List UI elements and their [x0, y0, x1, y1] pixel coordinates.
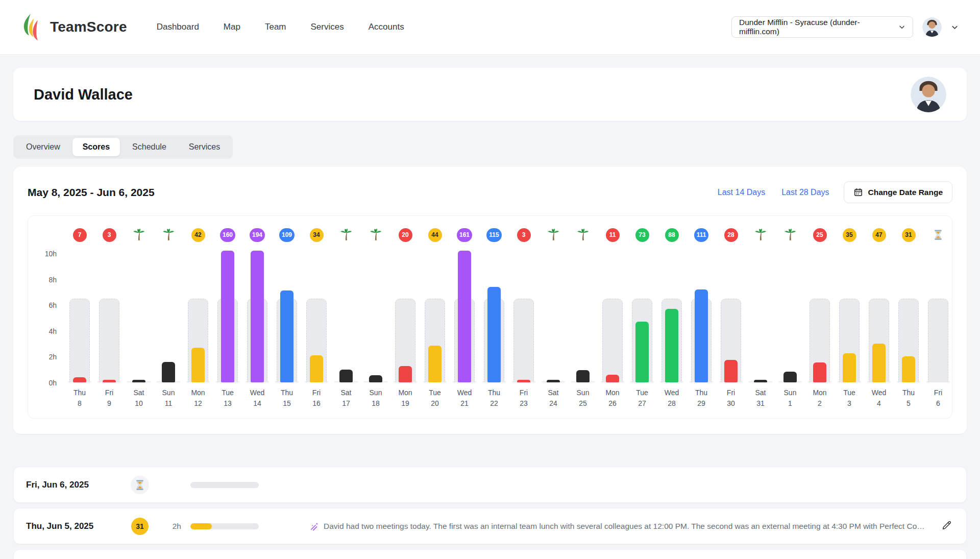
day-of-week-label: Sat — [133, 387, 144, 398]
page-content: David Wallace OverviewScoresScheduleServ… — [0, 68, 980, 559]
chart-day-column: 194Wed14 — [242, 226, 272, 409]
nav-item-dashboard[interactable]: Dashboard — [157, 22, 199, 32]
scheduled-hours-bar — [513, 299, 534, 382]
day-of-week-label: Sat — [548, 387, 558, 398]
x-axis-label: Tue13 — [222, 387, 234, 409]
chart-day-column: Sun11 — [154, 226, 183, 409]
day-number-label: 6 — [934, 398, 942, 409]
x-axis-label: Fri30 — [727, 387, 735, 409]
scheduled-hours-bar — [69, 299, 90, 382]
x-axis-label: Mon26 — [605, 387, 619, 409]
top-nav-bar: TeamScore DashboardMapTeamServicesAccoun… — [0, 0, 980, 55]
score-badge: 25 — [813, 228, 827, 242]
x-axis-label: Tue27 — [636, 387, 648, 409]
chart-day-column: 44Tue20 — [420, 226, 450, 409]
day-number-label: 28 — [665, 398, 679, 409]
tab-scores[interactable]: Scores — [72, 138, 120, 156]
day-number-label: 26 — [605, 398, 619, 409]
profile-avatar — [911, 77, 946, 112]
nav-item-map[interactable]: Map — [224, 22, 240, 32]
tab-services[interactable]: Services — [179, 138, 230, 156]
daily-score-row[interactable]: Fri, Jun 6, 2025 — [13, 467, 967, 503]
nav-item-services[interactable]: Services — [311, 22, 344, 32]
hours-bar — [399, 366, 412, 382]
ai-summary: David had two meetings today. The first … — [310, 522, 926, 531]
x-axis-label: Thu29 — [695, 387, 707, 409]
day-badge-slot — [369, 226, 382, 244]
day-badge-slot: 3 — [103, 226, 116, 244]
day-number-label: 14 — [250, 398, 265, 409]
x-axis-label: Mon2 — [813, 387, 826, 409]
daily-score-row[interactable]: Wed, Jun 4, 2025473hDavid started his da… — [13, 549, 967, 559]
day-badge-slot: 44 — [428, 226, 442, 244]
hourglass-icon — [134, 479, 145, 491]
day-number-label: 9 — [105, 398, 113, 409]
day-number-label: 11 — [162, 398, 175, 409]
day-of-week-label: Wed — [872, 387, 887, 398]
day-number-label: 23 — [520, 398, 528, 409]
hours-bar — [576, 370, 590, 382]
chart-day-column: 115Thu22 — [479, 226, 509, 409]
quick-link-last-14-days[interactable]: Last 14 Days — [718, 188, 765, 197]
day-of-week-label: Thu — [902, 387, 915, 398]
x-axis-label: Tue20 — [429, 387, 441, 409]
daily-score-row[interactable]: Thu, Jun 5, 2025312hDavid had two meetin… — [13, 508, 967, 544]
x-axis-label: Sun1 — [784, 387, 797, 409]
x-axis-label: Sun18 — [370, 387, 382, 409]
day-of-week-label: Tue — [636, 387, 648, 398]
day-of-week-label: Fri — [727, 387, 735, 398]
org-selector[interactable]: Dunder Mifflin - Syracuse (dunder-miffli… — [731, 16, 913, 38]
day-number-label: 19 — [398, 398, 412, 409]
day-plot-slot — [864, 244, 894, 382]
score-badge: 3 — [517, 228, 531, 242]
x-axis-label: Sun25 — [577, 387, 590, 409]
tab-schedule[interactable]: Schedule — [122, 138, 177, 156]
nav-item-team[interactable]: Team — [265, 22, 286, 32]
hours-bar — [783, 372, 797, 383]
edit-note-button[interactable] — [940, 518, 954, 534]
hours-bar — [695, 289, 708, 382]
day-of-week-label: Sat — [755, 387, 766, 398]
brand-logo[interactable]: TeamScore — [21, 13, 127, 41]
palm-tree-icon — [547, 228, 560, 241]
hourglass-badge — [131, 476, 149, 494]
x-axis-label: Mon12 — [191, 387, 205, 409]
chart-day-column: Sat10 — [124, 226, 154, 409]
day-plot-slot — [124, 244, 154, 382]
day-of-week-label: Thu — [488, 387, 500, 398]
day-plot-slot — [568, 244, 598, 382]
day-badge-slot: 88 — [665, 226, 679, 244]
hours-bar — [517, 380, 530, 382]
chart-day-column: 20Mon19 — [390, 226, 420, 409]
chevron-down-icon — [898, 23, 905, 31]
day-badge-slot — [547, 226, 560, 244]
quick-link-last-28-days[interactable]: Last 28 Days — [781, 188, 829, 197]
nav-item-accounts[interactable]: Accounts — [369, 22, 404, 32]
palm-tree-icon — [339, 228, 353, 241]
x-axis-label: Fri6 — [934, 387, 942, 409]
day-plot-slot — [242, 244, 272, 382]
change-date-range-button[interactable]: Change Date Range — [844, 181, 952, 203]
day-of-week-label: Mon — [605, 387, 619, 398]
palm-tree-icon — [162, 228, 175, 241]
hours-bar — [103, 380, 116, 382]
day-of-week-label: Tue — [429, 387, 441, 398]
page-title: David Wallace — [34, 86, 133, 103]
day-badge-slot — [783, 226, 797, 244]
chart-columns: 7Thu83Fri9Sat10Sun1142Mon12160Tue13194We… — [65, 226, 953, 409]
palm-tree-icon — [369, 228, 382, 241]
user-menu-chevron-icon[interactable] — [951, 23, 959, 31]
user-avatar[interactable] — [922, 17, 942, 37]
tab-overview[interactable]: Overview — [16, 138, 70, 156]
day-of-week-label: Sun — [370, 387, 382, 398]
hours-bar — [872, 344, 886, 382]
score-badge: 11 — [606, 228, 620, 242]
hours-bar — [221, 251, 234, 382]
day-plot-slot — [598, 244, 627, 382]
day-badge-slot: 73 — [635, 226, 649, 244]
day-badge-slot: 3 — [517, 226, 531, 244]
day-badge-slot: 194 — [250, 226, 265, 244]
day-of-week-label: Tue — [843, 387, 855, 398]
chart-header: May 8, 2025 - Jun 6, 2025 Last 14 DaysLa… — [28, 181, 952, 203]
day-badge-slot: 7 — [73, 226, 87, 244]
